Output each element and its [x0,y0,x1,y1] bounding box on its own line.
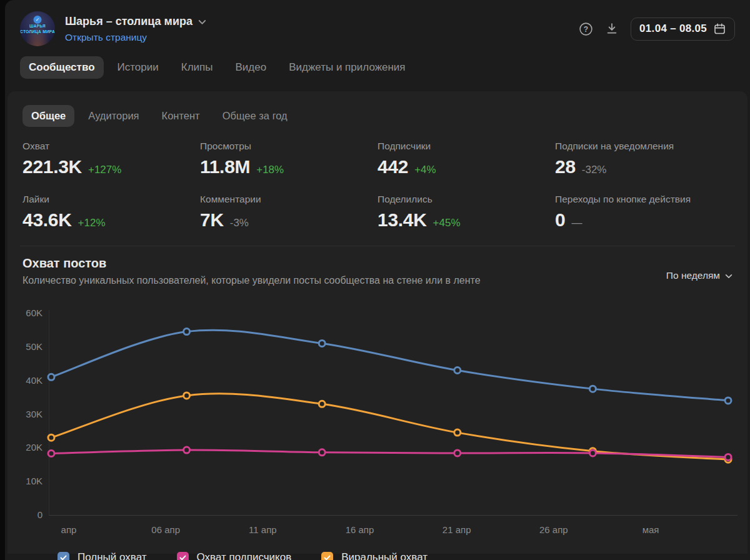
legend-checkbox-icon[interactable] [177,552,189,560]
chart-header-text: Охват постов Количество уникальных польз… [22,256,481,286]
data-point-marker [589,386,596,392]
tab-secondary-3[interactable]: Контент [153,105,209,127]
legend-label: Охват подписчиков [197,551,292,560]
stat-value: 221.3K [22,156,82,178]
data-point-marker [48,434,54,441]
tab-primary-1[interactable]: Сообщество [20,56,104,79]
chevron-down-icon [725,274,732,279]
stat-value: 11.8M [200,156,250,178]
data-point-marker [589,450,596,456]
stat-value: 0 [555,209,565,231]
community-selector[interactable]: Шарья – столица мира [65,15,579,28]
stat-delta: +127% [88,164,121,176]
granularity-value: По неделям [666,270,720,281]
stat-cell-2: Просмотры11.8M+18% [200,141,378,178]
stat-label: Охват [22,141,200,152]
tab-secondary-2[interactable]: Аудитория [79,105,148,127]
data-point-marker [454,368,461,374]
calendar-icon [713,22,726,36]
data-point-marker [725,398,731,404]
avatar-text: СТОЛИЦА МИРА [20,29,55,34]
x-tick-label: 26 апр [539,524,568,535]
stat-cell-4: Подписки на уведомления28-32% [555,141,732,178]
series-line-1 [51,330,728,401]
community-avatar[interactable]: ✓ ШАРЬЯ СТОЛИЦА МИРА [20,11,55,46]
stat-cell-6: Комментарии7K-3% [200,194,378,231]
stat-value: 28 [555,156,576,178]
legend-item-2[interactable]: Охват подписчиков [177,551,292,560]
data-point-marker [319,449,325,456]
x-tick-label: 21 апр [442,524,471,535]
stat-cell-1: Охват221.3K+127% [22,141,200,178]
tab-secondary-4[interactable]: Общее за год [214,105,296,127]
tab-primary-2[interactable]: Истории [109,56,168,79]
reach-line-chart: 010K20K30K40K50K60Kапр06 апр11 апр16 апр… [8,302,748,540]
chevron-down-icon [198,19,206,25]
data-point-marker [725,454,731,460]
tab-primary-4[interactable]: Видео [226,56,275,79]
chart-legend: Полный охватОхват подписчиковВиральный о… [8,551,748,560]
open-page-link[interactable]: Открыть страницу [65,32,147,43]
stat-delta: +12% [78,217,106,229]
data-point-marker [319,340,325,346]
stat-label: Комментарии [200,194,378,205]
date-range-picker[interactable]: 01.04 – 08.05 [631,18,735,41]
stat-label: Просмотры [200,141,378,152]
stat-delta: +18% [256,164,284,176]
series-line-2 [51,450,728,457]
chart-header: Охват постов Количество уникальных польз… [8,246,748,286]
community-info: Шарья – столица мира Открыть страницу [65,15,579,43]
tab-primary-3[interactable]: Клипы [172,56,222,79]
community-stats-page: ✓ ШАРЬЯ СТОЛИЦА МИРА Шарья – столица мир… [5,0,750,560]
stat-cell-3: Подписчики442+4% [378,141,555,178]
x-tick-label: мая [642,524,659,535]
svg-text:?: ? [584,24,588,33]
y-tick-label: 0 [38,509,42,520]
legend-checkbox-icon[interactable] [58,552,69,560]
granularity-select[interactable]: По неделям [666,261,732,281]
header-actions: ? 01.04 – 08.05 [579,18,735,41]
data-point-marker [454,450,461,456]
question-circle-icon: ? [579,22,593,36]
secondary-tabs: ОбщееАудиторияКонтентОбщее за год [8,91,748,127]
primary-tabs: СообществоИсторииКлипыВидеоВиджеты и при… [5,56,750,79]
y-tick-label: 10K [26,476,42,486]
stat-label: Подписки на уведомления [555,141,732,152]
stat-value: 442 [378,156,408,178]
legend-item-3[interactable]: Виральный охват [321,551,428,560]
legend-checkbox-icon[interactable] [321,552,333,560]
stat-label: Поделились [378,194,555,205]
y-tick-label: 60K [26,308,42,318]
legend-label: Полный охват [78,551,147,560]
data-point-marker [184,392,190,399]
stat-delta: +45% [433,217,461,229]
data-point-marker [48,374,54,380]
data-point-marker [48,450,54,456]
y-tick-label: 50K [26,341,42,352]
data-point-marker [184,329,190,335]
stat-cell-7: Поделились13.4K+45% [378,194,555,231]
data-point-marker [184,447,190,453]
y-tick-label: 30K [26,409,42,419]
tab-secondary-1[interactable]: Общее [22,105,74,127]
summary-stats: Охват221.3K+127%Просмотры11.8M+18%Подпис… [8,141,748,231]
x-tick-label: 11 апр [249,524,277,535]
date-range-value: 01.04 – 08.05 [639,22,707,35]
stat-cell-8: Переходы по кнопке действия0— [555,194,732,231]
legend-item-1[interactable]: Полный охват [58,551,147,560]
stats-card: ОбщееАудиторияКонтентОбщее за год Охват2… [8,91,748,554]
x-tick-label: 06 апр [151,524,180,535]
stat-delta: — [571,217,582,229]
chart-canvas: 010K20K30K40K50K60Kапр06 апр11 апр16 апр… [8,302,748,540]
download-icon [605,22,619,36]
x-tick-label: 16 апр [346,524,374,535]
stat-value: 7K [200,209,224,231]
stat-label: Лайки [22,194,200,205]
data-point-marker [319,401,325,407]
stat-delta: +4% [414,164,436,176]
tab-primary-5[interactable]: Виджеты и приложения [280,56,414,79]
avatar-text: ШАРЬЯ [29,24,46,29]
help-button[interactable]: ? [579,22,593,36]
download-button[interactable] [605,22,619,36]
page-header: ✓ ШАРЬЯ СТОЛИЦА МИРА Шарья – столица мир… [5,0,750,46]
